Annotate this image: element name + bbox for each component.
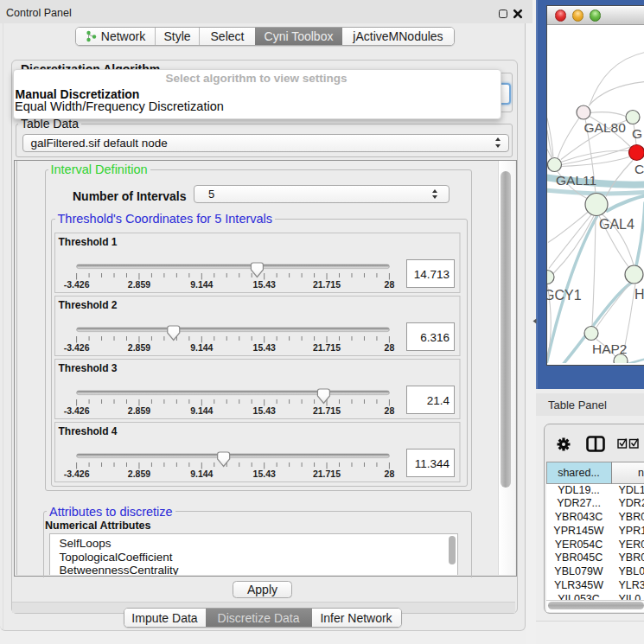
svg-text:9.144: 9.144 bbox=[190, 469, 213, 479]
svg-text:2.859: 2.859 bbox=[128, 279, 150, 290]
svg-text:Threshold 1: Threshold 1 bbox=[59, 236, 118, 248]
svg-text:21.715: 21.715 bbox=[313, 405, 341, 416]
svg-text:-3.426: -3.426 bbox=[64, 342, 90, 353]
svg-text:28: 28 bbox=[385, 342, 395, 353]
svg-text:C: C bbox=[634, 162, 644, 176]
svg-text:15.43: 15.43 bbox=[253, 279, 276, 290]
svg-text:11.344: 11.344 bbox=[415, 456, 450, 469]
svg-text:21.715: 21.715 bbox=[313, 279, 341, 290]
svg-text:9.144: 9.144 bbox=[190, 279, 213, 290]
svg-text:-3.426: -3.426 bbox=[64, 469, 90, 479]
svg-text:2.859: 2.859 bbox=[128, 405, 150, 416]
svg-text:15.43: 15.43 bbox=[253, 469, 276, 479]
svg-text:14.713: 14.713 bbox=[414, 267, 450, 280]
svg-text:28: 28 bbox=[385, 405, 395, 416]
svg-text:G: G bbox=[632, 125, 642, 140]
svg-text:H: H bbox=[634, 286, 644, 301]
svg-text:HAP2: HAP2 bbox=[592, 341, 628, 356]
svg-text:21.715: 21.715 bbox=[313, 342, 341, 353]
svg-text:2.859: 2.859 bbox=[128, 469, 150, 479]
svg-text:-3.426: -3.426 bbox=[64, 405, 90, 416]
svg-text:21.4: 21.4 bbox=[427, 393, 450, 406]
svg-text:Threshold 4: Threshold 4 bbox=[59, 425, 118, 437]
svg-text:15.43: 15.43 bbox=[253, 405, 276, 416]
svg-text:9.144: 9.144 bbox=[190, 342, 213, 353]
svg-text:GCY1: GCY1 bbox=[547, 287, 582, 302]
svg-text:9.144: 9.144 bbox=[190, 405, 213, 416]
svg-text:GAL11: GAL11 bbox=[556, 172, 596, 187]
svg-text:15.43: 15.43 bbox=[253, 342, 276, 353]
svg-text:28: 28 bbox=[385, 469, 395, 479]
svg-text:Threshold 3: Threshold 3 bbox=[59, 362, 118, 374]
svg-text:GAL4: GAL4 bbox=[599, 217, 634, 232]
svg-text:21.715: 21.715 bbox=[313, 469, 341, 479]
svg-text:28: 28 bbox=[385, 279, 395, 290]
svg-text:-3.426: -3.426 bbox=[64, 279, 90, 290]
svg-text:GAL80: GAL80 bbox=[584, 120, 627, 135]
svg-text:6.316: 6.316 bbox=[420, 330, 450, 343]
svg-text:2.859: 2.859 bbox=[128, 342, 150, 353]
svg-text:Threshold 2: Threshold 2 bbox=[59, 299, 118, 311]
